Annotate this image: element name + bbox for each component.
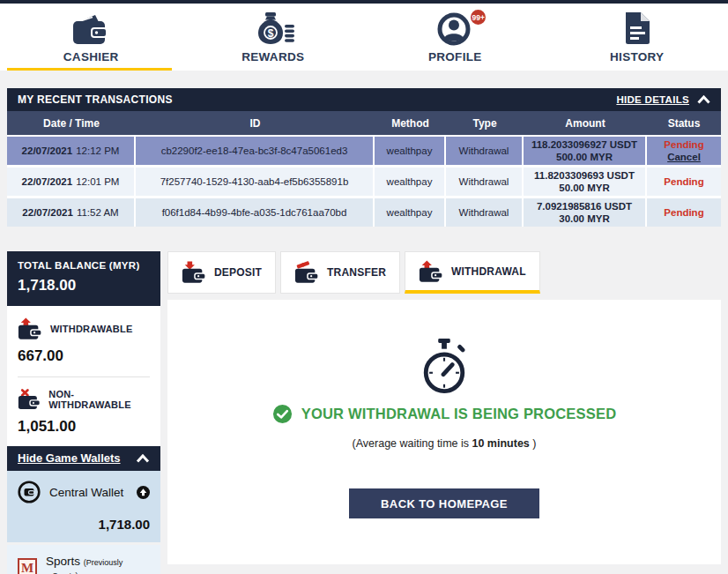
withdrawable-label: WITHDRAWABLE [50,324,132,334]
non-withdrawable-value: 1,051.00 [18,418,150,436]
history-document-icon [622,11,652,46]
transfer-in-icon[interactable] [137,486,150,499]
wallet-name: Central Wallet [49,486,128,499]
cell-status: Pending [647,168,721,196]
top-navigation: CASHIER $ REWARDS 99+ PROFILE HISTORY [0,4,728,71]
central-wallet-item[interactable]: Central Wallet 1,718.00 [7,471,160,542]
msports-logo-icon: M [18,558,37,574]
processing-message: YOUR WITHDRAWAL IS BEING PROCESSED [272,404,617,424]
table-body: 22/07/202112:12 PM cb2290f2-ee18-47ea-bc… [7,135,721,227]
central-wallet-value: 1,718.00 [18,517,150,532]
nav-label-rewards: REWARDS [241,50,304,63]
total-balance-value: 1,718.00 [18,277,150,294]
withdrawal-status-panel: YOUR WITHDRAWAL IS BEING PROCESSED (Aver… [167,300,721,564]
table-row-1[interactable]: 22/07/202112:12 PM cb2290f2-ee18-47ea-bc… [7,137,721,165]
wallet-transfer-icon [294,261,319,284]
non-withdrawable-label: NON-WITHDRAWABLE [48,389,150,410]
cell-id: 7f257740-1529-4130-aab4-ef5b6355891b [136,168,375,196]
nav-item-history[interactable]: HISTORY [546,4,728,71]
nav-label-cashier: CASHIER [63,50,119,63]
nav-label-history: HISTORY [610,50,664,63]
cell-method: wealthpay [375,198,446,227]
transactions-header: MY RECENT TRANSACTIONS HIDE DETAILS [7,88,721,111]
check-circle-icon [272,404,293,424]
status-pending: Pending [664,175,703,188]
money-bag-icon: $ [252,11,294,46]
table-row-3[interactable]: 22/07/202111:52 AM f06f1d84-4b99-4bfe-a0… [7,198,721,227]
cancel-link[interactable]: Cancel [667,151,701,163]
cell-status: PendingCancel [647,137,721,165]
non-withdrawable-row: NON-WITHDRAWABLE [18,388,150,411]
svg-text:$: $ [267,27,273,40]
tab-withdrawal[interactable]: WITHDRAWAL [405,251,540,294]
nav-item-cashier[interactable]: CASHIER [0,4,182,71]
cell-type: Withdrawal [446,137,524,165]
table-row-2[interactable]: 22/07/202112:01 PM 7f257740-1529-4130-aa… [7,168,721,196]
wallet-up-arrow-icon [419,260,443,283]
recent-transactions-table: MY RECENT TRANSACTIONS HIDE DETAILS Date… [7,88,721,227]
nav-item-profile[interactable]: 99+ PROFILE [364,4,546,71]
col-header-date: Date / Time [7,111,136,135]
tab-transfer[interactable]: TRANSFER [280,251,400,294]
nav-label-profile: PROFILE [428,50,482,63]
sports-wallet-item[interactable]: M Sports (Previously mSports) 0.00 [7,545,160,574]
notification-badge: 99+ [469,8,487,26]
chevron-up-icon [136,454,150,463]
profile-icon: 99+ [436,11,473,46]
cell-date: 22/07/202111:52 AM [7,198,136,227]
withdrawable-value: 667.00 [18,347,150,365]
nav-item-rewards[interactable]: $ REWARDS [182,4,365,71]
cashier-page: CASHIER $ REWARDS 99+ PROFILE HISTORY MY… [0,0,728,574]
cell-amount: 7.0921985816 USDT30.00 MYR [524,198,647,227]
waiting-time-note: (Average waiting time is 10 minutes ) [353,437,537,450]
back-to-homepage-button[interactable]: BACK TO HOMEPAGE [349,488,539,518]
central-wallet-icon [18,481,41,503]
col-header-id: ID [136,111,375,135]
cashier-main: DEPOSIT TRANSFER WITHDRAWAL YOUR WITHDRA… [167,251,721,564]
hide-details-toggle[interactable]: HIDE DETAILS [616,94,710,105]
total-balance-card: TOTAL BALANCE (MYR) 1,718.00 [7,251,160,306]
wallet-cashier-icon [71,11,110,46]
cell-date: 22/07/202112:12 PM [7,137,136,165]
status-pending: Pending [664,138,703,151]
cell-id: f06f1d84-4b99-4bfe-a035-1dc761aa70bd [136,198,375,227]
processing-title: YOUR WITHDRAWAL IS BEING PROCESSED [301,406,617,422]
cell-status: Pending [647,198,721,227]
lower-content: TOTAL BALANCE (MYR) 1,718.00 WITHDRAWABL… [7,251,721,574]
cell-type: Withdrawal [446,198,524,227]
col-header-method: Method [375,111,446,135]
wallet-summary: WITHDRAWABLE 667.00 NON-WITHDRAWABLE 1,0… [7,306,160,446]
col-header-status: Status [647,111,721,135]
wallet-up-arrow-icon [18,317,42,340]
cell-date: 22/07/202112:01 PM [7,168,136,196]
cell-type: Withdrawal [446,168,524,196]
divider [18,376,150,377]
cell-method: wealthpay [375,137,446,165]
table-column-headers: Date / Time ID Method Type Amount Status [7,111,721,135]
hide-game-wallets-toggle[interactable]: Hide Game Wallets [7,446,160,471]
cashier-tabs: DEPOSIT TRANSFER WITHDRAWAL [167,251,721,294]
tab-deposit[interactable]: DEPOSIT [167,251,276,294]
cell-method: wealthpay [375,168,446,196]
wallet-down-arrow-icon [182,261,206,284]
cell-amount: 11.8203309693 USDT50.00 MYR [524,168,647,196]
cell-id: cb2290f2-ee18-47ea-bc3f-8c47a5061ed3 [136,137,375,165]
cell-amount: 118.2033096927 USDT500.00 MYR [524,137,647,165]
wallet-name: Sports (Previously mSports) [46,555,150,574]
balance-sidebar: TOTAL BALANCE (MYR) 1,718.00 WITHDRAWABL… [7,251,160,574]
chevron-up-icon [697,95,710,104]
stopwatch-icon [419,339,470,395]
col-header-amount: Amount [524,111,647,135]
col-header-type: Type [446,111,524,135]
transactions-title: MY RECENT TRANSACTIONS [18,93,173,106]
wallet-cross-icon [18,388,41,411]
status-pending: Pending [664,206,703,219]
total-balance-label: TOTAL BALANCE (MYR) [18,260,150,271]
withdrawable-row: WITHDRAWABLE [18,317,150,340]
